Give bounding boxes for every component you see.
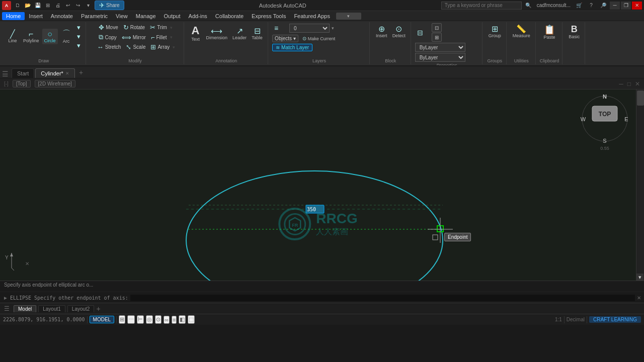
menu-express[interactable]: Express Tools	[248, 12, 290, 20]
cmd-close-icon[interactable]: ✕	[637, 295, 641, 301]
tab-cylinder[interactable]: Cylinder* ✕	[35, 68, 75, 78]
basic-tool[interactable]: B Basic	[567, 23, 582, 41]
menu-parametric[interactable]: Parametric	[77, 12, 112, 20]
layout1-tab[interactable]: Layout1	[38, 305, 65, 312]
objects-dropdown[interactable]: Objects ▾	[272, 35, 298, 42]
menu-view[interactable]: View	[112, 12, 132, 20]
trim-tool[interactable]: ✂ Trim	[148, 23, 169, 32]
search-icon-btn[interactable]: 🔍	[523, 2, 534, 10]
layout2-tab[interactable]: Layout2	[67, 305, 95, 312]
tab-close-icon[interactable]: ✕	[65, 71, 69, 76]
leader-tool[interactable]: ↗ Leader	[230, 25, 249, 42]
scroll-thumb[interactable]	[637, 90, 644, 106]
text-tool[interactable]: A Text	[188, 23, 203, 43]
menu-annotate[interactable]: Annotate	[47, 12, 77, 20]
new-btn[interactable]: 🗋	[13, 2, 22, 10]
circle-tool[interactable]: ○ Circle	[42, 29, 58, 45]
group-tool[interactable]: ⊞ Group	[487, 23, 503, 40]
layout-add-btn[interactable]: +	[96, 305, 100, 313]
user-account[interactable]: cadfmconsult...	[535, 3, 573, 8]
ortho-icon[interactable]: ⊢	[137, 315, 144, 324]
restore-button[interactable]: ❐	[621, 2, 631, 10]
otrack-icon[interactable]: ∞	[164, 316, 170, 324]
tab-start[interactable]: Start	[12, 68, 34, 78]
menu-featured[interactable]: Featured Apps	[290, 12, 334, 20]
draw-dropdown-3[interactable]: ▾	[75, 41, 83, 50]
canvas[interactable]: 350 Endpoint N E W S TOP 0.55	[0, 89, 636, 281]
search-addon-icon[interactable]: 🔎	[598, 2, 609, 10]
undo-btn[interactable]: ↩	[63, 2, 72, 10]
match-layer-btn[interactable]: ≋ Match Layer	[272, 44, 312, 51]
list-icon-1[interactable]: ⊡	[432, 23, 442, 32]
stretch-tool[interactable]: ↔ Stretch	[95, 43, 123, 51]
viewport-minimize-btn[interactable]: ─	[619, 80, 623, 87]
detect-tool[interactable]: ⊙ Detect	[390, 23, 408, 40]
selection-icon[interactable]: ⬚	[188, 315, 195, 324]
view-tag[interactable]: [Top]	[13, 80, 31, 87]
settings-icon[interactable]: ☰	[2, 305, 12, 312]
redo-btn[interactable]: ↪	[73, 2, 83, 10]
menu-output[interactable]: Output	[160, 12, 185, 20]
table-tool[interactable]: ⊟ Table	[250, 25, 265, 42]
viewport-maximize-btn[interactable]: □	[627, 80, 631, 87]
saveas-btn[interactable]: ⊞	[43, 2, 52, 10]
menu-addins[interactable]: Add-ins	[185, 12, 211, 20]
model-tab[interactable]: Model	[14, 305, 36, 312]
cart-icon[interactable]: 🛒	[574, 2, 585, 10]
array-tool[interactable]: ⊞ Array	[148, 43, 172, 51]
bylayer-color-dropdown[interactable]: ByLayer	[415, 43, 465, 52]
tab-add-btn[interactable]: +	[76, 67, 86, 78]
make-current-btn[interactable]: ⊙ Make Current	[300, 35, 338, 42]
draw-dropdown-2[interactable]: ▾	[75, 32, 83, 41]
menu-insert[interactable]: Insert	[25, 12, 47, 20]
list-icon-2[interactable]: ⊞	[432, 33, 442, 42]
help-icon[interactable]: ?	[586, 2, 597, 10]
move-tool[interactable]: ✥ Move	[97, 23, 120, 32]
lineweight-icon[interactable]: ≡	[172, 316, 177, 324]
grid-icon[interactable]: ⊞	[119, 315, 125, 324]
dimension-tool[interactable]: ⟷ Dimension	[204, 25, 230, 42]
layer-properties-btn[interactable]: ≡	[272, 23, 287, 33]
mirror-tool[interactable]: ⟺ Mirror	[120, 33, 148, 42]
open-btn[interactable]: 📂	[23, 2, 32, 10]
line-tool[interactable]: ╱ Line	[5, 28, 20, 45]
share-button[interactable]: ✈ Share	[95, 1, 124, 10]
fillet-tool[interactable]: ⌐ Fillet	[149, 33, 169, 42]
snap-icon[interactable]: ⋯	[127, 315, 135, 324]
menu-home[interactable]: Home	[2, 12, 25, 20]
scale-tool[interactable]: ⤡ Scale	[124, 43, 147, 51]
arc-tool[interactable]: ⌒ Arc	[59, 28, 74, 45]
minimize-button[interactable]: ─	[610, 2, 620, 10]
transparency-icon[interactable]: ◧	[179, 315, 186, 324]
scroll-down[interactable]: ▾	[636, 274, 643, 281]
workspace-dropdown[interactable]: ▾	[336, 13, 361, 20]
polar-icon[interactable]: ◎	[146, 315, 153, 324]
match-properties-btn[interactable]: ⊟	[415, 28, 430, 38]
save-btn[interactable]: 💾	[33, 2, 42, 10]
menu-manage[interactable]: Manage	[132, 12, 160, 20]
osnap-icon[interactable]: ⊙	[155, 315, 162, 324]
draw-dropdown-1[interactable]: ▾	[75, 23, 83, 32]
rotate-tool[interactable]: ↻ Rotate	[121, 23, 147, 32]
command-input[interactable]	[130, 295, 635, 301]
print-btn[interactable]: 🖨	[53, 2, 62, 10]
copy-label: Copy	[105, 35, 116, 40]
viewport-close-btn[interactable]: ✕	[635, 80, 640, 87]
menu-collaborate[interactable]: Collaborate	[211, 12, 248, 20]
tab-menu-btn[interactable]: ☰	[2, 70, 9, 78]
search-input[interactable]	[441, 2, 522, 10]
dropdown-btn[interactable]: ▾	[84, 2, 93, 10]
close-button[interactable]: ✕	[632, 2, 642, 10]
measure-tool[interactable]: 📏 Measure	[511, 23, 532, 40]
dimension-icon: ⟷	[211, 26, 222, 36]
projection-tag[interactable]: [2D Wireframe]	[35, 80, 75, 87]
insert-tool[interactable]: ⊕ Insert	[374, 23, 389, 40]
layer-dropdown[interactable]: 0	[289, 24, 330, 33]
nav-cube[interactable]: N E W S TOP 0.55	[580, 94, 630, 151]
model-mode-btn[interactable]: MODEL	[90, 316, 115, 323]
basic-tools: B Basic	[567, 23, 582, 41]
paste-tool[interactable]: 📋 Paste	[541, 23, 557, 41]
polyline-tool[interactable]: ⌐ Polyline	[21, 29, 41, 45]
bylayer-linetype-dropdown[interactable]: ByLayer	[415, 53, 465, 62]
copy-tool[interactable]: ⧉ Copy	[97, 33, 118, 42]
